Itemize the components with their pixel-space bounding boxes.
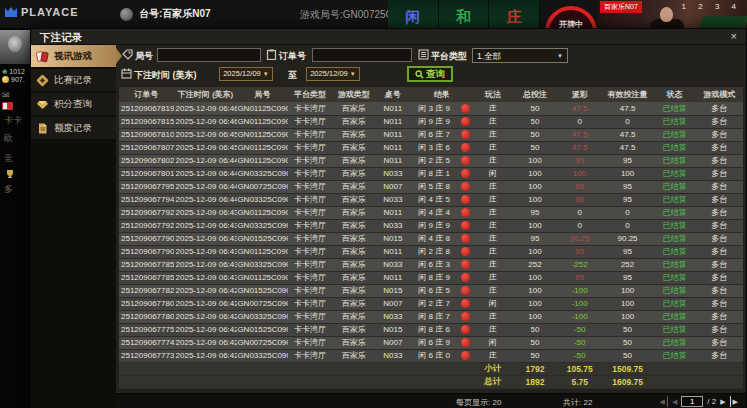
- cell-result: 闲 4 庄 8: [410, 232, 473, 245]
- result-score-text: 闲 2 庄 5: [418, 155, 450, 166]
- last-page-icon[interactable]: ▶: [730, 396, 738, 407]
- round-filter-input[interactable]: [157, 48, 261, 62]
- cell-table-number: N011: [375, 128, 410, 141]
- cell-game-mode: 多台: [696, 245, 743, 258]
- bet-area-banker[interactable]: 庄: [489, 0, 540, 28]
- cell-status: 已结算: [653, 258, 695, 271]
- bet-records-modal: 下注记录 × 视讯游戏 比赛记录 积分查询: [30, 28, 747, 408]
- cell-valid-bet: 50: [602, 336, 653, 349]
- banker-win-dot-icon: [461, 338, 470, 347]
- cell-valid-bet: 90.25: [602, 232, 653, 245]
- cell-platform: 卡卡湾厅: [288, 336, 332, 349]
- table-row: 2512090677736742025-12-09 06:42:04GN0332…: [119, 349, 743, 362]
- subtotal-row: 小计1792105.751509.75: [119, 362, 743, 375]
- cell-game-type: 百家乐: [332, 271, 375, 284]
- banker-win-dot-icon: [461, 104, 470, 113]
- result-score-text: 闲 3 庄 6: [418, 142, 450, 153]
- result-score-text: 闲 6 庄 9: [418, 337, 450, 348]
- cell-result: 闲 2 庄 5: [410, 154, 473, 167]
- calendar-icon: [121, 68, 132, 79]
- cell-valid-bet: 100: [602, 297, 653, 310]
- table-row: 2512090677820882025-12-09 06:42:52GN0152…: [119, 284, 743, 297]
- cell-order-number: 251209067807471: [119, 141, 174, 154]
- cell-platform: 卡卡湾厅: [288, 167, 332, 180]
- cell-payout: 95: [558, 271, 602, 284]
- sidebar-item-points-query[interactable]: 积分查询: [31, 93, 116, 115]
- cell-round-number: GN01125C090KW: [237, 115, 287, 128]
- lobby-tab-fragment-3: 竞: [4, 152, 13, 165]
- betting-felt: 闲 和 庄: [388, 0, 540, 28]
- sidebar-item-match-records[interactable]: 比赛记录: [31, 69, 116, 91]
- sidebar-item-video-games[interactable]: 视讯游戏: [31, 45, 116, 67]
- sidebar-item-quota-records[interactable]: 额度记录: [31, 117, 116, 139]
- table-row: 2512090678198842025-12-09 06:46:39GN0112…: [119, 102, 743, 115]
- order-filter-label: 订单号: [279, 50, 306, 63]
- cell-table-number: N033: [375, 219, 410, 232]
- date-to-picker[interactable]: 2025/12/09 ▼: [306, 67, 360, 81]
- cell-empty: [332, 362, 375, 375]
- cell-table-number: N011: [375, 154, 410, 167]
- platform-filter-label: 平台类型: [431, 50, 467, 63]
- cell-order-number: 251209067815199: [119, 115, 174, 128]
- cell-table-number: N007: [375, 336, 410, 349]
- cell-round-number: GN01525C090GB: [237, 323, 287, 336]
- cell-play-type: 庄: [473, 193, 512, 206]
- first-page-icon[interactable]: ◀: [660, 396, 668, 407]
- cell-total-bet: 50: [512, 336, 557, 349]
- cell-game-mode: 多台: [696, 258, 743, 271]
- cell-game-type: 百家乐: [332, 206, 375, 219]
- cell-bet-time: 2025-12-09 06:44:15: [174, 180, 238, 193]
- column-header: 平台类型: [288, 87, 332, 102]
- cell-table-number: N011: [375, 245, 410, 258]
- cell-bet-time: 2025-12-09 06:42:52: [174, 284, 238, 297]
- cell-round-number: GN00725C090FX: [237, 180, 287, 193]
- dealing-status-text: 开牌中: [549, 19, 593, 28]
- search-button[interactable]: 查询: [407, 66, 453, 82]
- coin-icon: [2, 76, 9, 83]
- cell-platform: 卡卡湾厅: [288, 297, 332, 310]
- cell-game-mode: 多台: [696, 310, 743, 323]
- banker-win-dot-icon: [461, 351, 470, 360]
- cell-table-number: N007: [375, 180, 410, 193]
- cell-payout: 100: [558, 167, 602, 180]
- dealer-head: [660, 7, 673, 22]
- cell-table-number: N007: [375, 297, 410, 310]
- cell-total-bet: 95: [512, 232, 557, 245]
- cell-result: 闲 3 庄 6: [410, 141, 473, 154]
- order-filter-input[interactable]: [312, 48, 412, 62]
- subtotal-row-total-bet: 1792: [512, 362, 557, 375]
- cell-empty: [119, 375, 174, 388]
- banker-win-dot-icon: [461, 182, 470, 191]
- column-header: 局号: [237, 87, 287, 102]
- video-seat-numbers: 1 2 3 4: [682, 2, 741, 11]
- list-icon: [418, 49, 429, 60]
- cell-platform: 卡卡湾厅: [288, 115, 332, 128]
- bet-area-tie[interactable]: 和: [439, 0, 490, 28]
- prev-page-icon[interactable]: ◀: [672, 396, 677, 407]
- cell-valid-bet: 0: [602, 115, 653, 128]
- cell-play-type: 庄: [473, 128, 512, 141]
- platform-select[interactable]: 1.全部 ▼: [472, 48, 568, 63]
- date-range-to-label: 至: [288, 69, 297, 82]
- table-row: 2512090678109432025-12-09 06:45:50GN0112…: [119, 128, 743, 141]
- cell-order-number: 251209067792679: [119, 219, 174, 232]
- result-score-text: 闲 2 庄 8: [418, 246, 450, 257]
- banker-win-dot-icon: [461, 208, 470, 217]
- result-score-text: 闲 6 庄 0: [418, 350, 450, 361]
- cell-empty: [410, 375, 473, 388]
- cell-platform: 卡卡湾厅: [288, 141, 332, 154]
- next-page-icon[interactable]: ▶: [720, 396, 725, 407]
- cell-order-number: 251209067792901: [119, 206, 174, 219]
- close-icon[interactable]: ×: [731, 30, 737, 43]
- cell-status: 已结算: [653, 180, 695, 193]
- result-score-text: 闲 6 庄 5: [418, 285, 450, 296]
- per-page-label: 每页显示: 20: [456, 397, 501, 408]
- cell-bet-time: 2025-12-09 06:45:50: [174, 128, 238, 141]
- page-number-input[interactable]: 1: [681, 396, 703, 407]
- cell-valid-bet: 100: [602, 310, 653, 323]
- date-from-picker[interactable]: 2025/12/09 ▼: [219, 67, 273, 81]
- cell-payout: 47.5: [558, 102, 602, 115]
- cell-status: 已结算: [653, 193, 695, 206]
- bet-area-player[interactable]: 闲: [388, 0, 439, 28]
- table-info: 台号:百家乐N07: [120, 7, 211, 21]
